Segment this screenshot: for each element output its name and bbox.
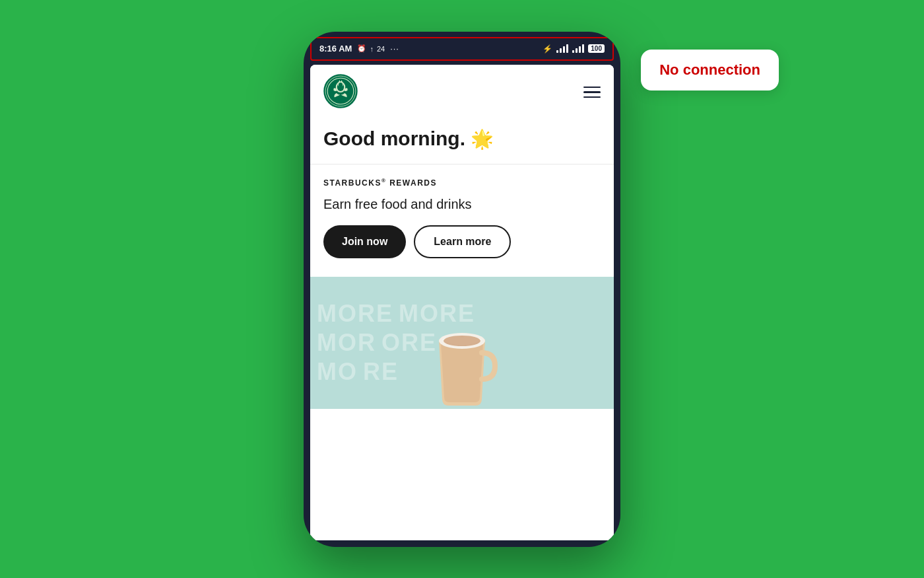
status-icons: ⏰ ↑ 24 [357,44,385,53]
coffee-cup [422,303,502,409]
greeting-text: Good morning. 🌟 [323,127,601,151]
promo-word-1: MORE [317,300,393,328]
promo-word-5: MO [317,358,358,386]
upload-icon: ↑ [370,45,374,53]
promo-section: MORE MORE MOR ORE MO RE [310,277,614,409]
greeting-emoji: 🌟 [471,129,494,149]
rewards-label: STARBUCKS® REWARDS [323,178,601,188]
hamburger-line-3 [583,96,601,98]
phone-frame: 8:16 AM ⏰ ↑ 24 ··· ⚡ 100 [304,32,620,547]
promo-word-3: MOR [317,329,376,357]
hamburger-menu-button[interactable] [583,87,601,98]
app-content: Good morning. 🌟 STARBUCKS® REWARDS Earn … [310,65,614,540]
bluetooth-icon: ⚡ [543,44,552,54]
status-bar: 8:16 AM ⏰ ↑ 24 ··· ⚡ 100 [310,37,614,61]
signal-bars-1 [556,44,568,53]
no-connection-tooltip: No connection [641,50,779,90]
learn-more-button[interactable]: Learn more [414,225,511,258]
join-now-button[interactable]: Join now [323,225,406,258]
starbucks-logo [323,74,358,111]
rewards-buttons: Join now Learn more [323,225,601,258]
hamburger-line-2 [583,91,601,93]
no-connection-text: No connection [659,61,760,78]
overflow-dots: ··· [390,44,399,54]
app-header [310,65,614,120]
svg-point-5 [339,83,343,87]
notification-count: 24 [377,45,385,53]
status-time: 8:16 AM [319,44,352,54]
status-right: ⚡ 100 [543,44,605,54]
alarm-icon: ⏰ [357,44,366,53]
signal-bars-2 [572,44,584,53]
promo-word-6: RE [363,358,399,386]
hamburger-line-1 [583,87,601,89]
rewards-tagline: Earn free food and drinks [323,197,601,212]
rewards-section: STARBUCKS® REWARDS Earn free food and dr… [310,164,614,271]
status-left: 8:16 AM ⏰ ↑ 24 ··· [319,44,399,54]
greeting-words: Good morning. [323,127,465,149]
battery-indicator: 100 [588,44,605,53]
svg-point-10 [444,336,480,346]
greeting-section: Good morning. 🌟 [310,120,614,164]
